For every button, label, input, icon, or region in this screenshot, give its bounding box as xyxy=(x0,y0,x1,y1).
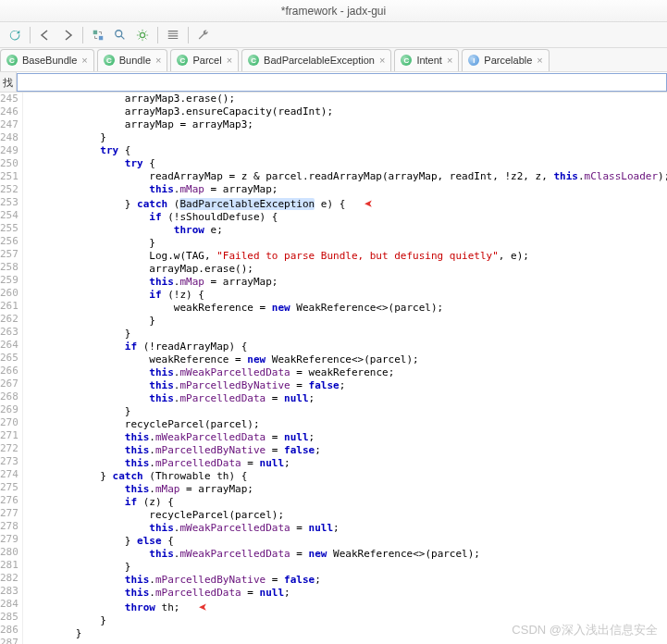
tab-badparcelableexception[interactable]: BadParcelableException× xyxy=(241,49,391,71)
tab-label: Parcel xyxy=(192,55,221,66)
code-line[interactable]: weakReference = new WeakReference<>(parc… xyxy=(27,353,667,366)
main-toolbar xyxy=(0,22,667,48)
code-line[interactable]: this.mParcelledData = null; xyxy=(27,457,667,470)
code-line[interactable]: this.mWeakParcelledData = null; xyxy=(27,431,667,444)
gear-icon[interactable] xyxy=(133,26,152,44)
window-titlebar: *framework - jadx-gui xyxy=(0,0,667,22)
code-line[interactable]: this.mParcelledByNative = false; xyxy=(27,574,667,587)
svg-point-3 xyxy=(140,32,144,37)
code-line[interactable]: this.mMap = arrayMap; xyxy=(27,483,667,496)
code-line[interactable]: } catch (Throwable th) { xyxy=(27,470,667,483)
class-icon xyxy=(177,55,188,66)
code-line[interactable]: arrayMap = arrayMap3; xyxy=(27,118,667,131)
interface-icon xyxy=(468,55,479,66)
tab-label: Bundle xyxy=(119,55,151,66)
code-line[interactable]: recycleParcel(parcel); xyxy=(27,509,667,522)
back-icon[interactable] xyxy=(36,26,55,44)
tab-parcelable[interactable]: Parcelable× xyxy=(462,49,549,71)
svg-rect-0 xyxy=(93,30,97,33)
code-line[interactable]: } xyxy=(27,405,667,418)
close-icon[interactable]: × xyxy=(537,55,542,66)
code-line[interactable]: arrayMap3.ensureCapacity(readInt); xyxy=(27,105,667,118)
code-line[interactable]: this.mWeakParcelledData = weakReference; xyxy=(27,366,667,379)
find-bar: 找 xyxy=(0,72,667,93)
code-line[interactable]: this.mWeakParcelledData = new WeakRefere… xyxy=(27,548,667,561)
code-line[interactable]: throw e; xyxy=(27,224,667,237)
refresh-icon[interactable] xyxy=(6,26,24,44)
toolbar-separator xyxy=(188,27,189,43)
code-line[interactable]: try { xyxy=(27,157,667,170)
code-line[interactable]: } else { xyxy=(27,535,667,548)
close-icon[interactable]: × xyxy=(227,55,232,66)
tab-parcel[interactable]: Parcel× xyxy=(170,49,239,71)
class-icon xyxy=(401,55,412,66)
code-line[interactable]: } xyxy=(27,315,667,328)
tab-bundle[interactable]: Bundle× xyxy=(97,49,168,71)
code-line[interactable]: if (!readArrayMap) { xyxy=(27,341,667,353)
close-icon[interactable]: × xyxy=(155,55,161,66)
editor-tabs: BaseBundle×Bundle×Parcel×BadParcelableEx… xyxy=(0,48,667,72)
close-icon[interactable]: × xyxy=(379,55,385,66)
code-line[interactable]: this.mParcelledByNative = false; xyxy=(27,379,667,392)
annotation-arrow-icon: ➤ xyxy=(198,601,207,614)
code-line[interactable]: } xyxy=(27,328,667,341)
forward-icon[interactable] xyxy=(58,26,77,44)
code-line[interactable]: this.mWeakParcelledData = null; xyxy=(27,522,667,535)
code-line[interactable]: } xyxy=(27,131,667,144)
code-line[interactable]: if (z) { xyxy=(27,496,667,509)
code-line[interactable]: } xyxy=(27,237,667,250)
svg-point-2 xyxy=(116,30,122,36)
code-line[interactable]: this.mParcelledData = null; xyxy=(27,392,667,405)
find-input[interactable] xyxy=(17,73,667,92)
find-label: 找 xyxy=(0,72,17,92)
code-editor[interactable]: 2452462472482492502512522532542552562572… xyxy=(0,93,667,644)
close-icon[interactable]: × xyxy=(447,55,452,66)
code-line[interactable]: this.mMap = arrayMap; xyxy=(27,276,667,289)
code-line[interactable]: } xyxy=(27,561,667,574)
tab-label: BadParcelableException xyxy=(264,55,375,66)
tab-basebundle[interactable]: BaseBundle× xyxy=(0,49,94,71)
code-line[interactable]: readArrayMap = z & parcel.readArrayMap(a… xyxy=(27,170,667,183)
tab-intent[interactable]: Intent× xyxy=(394,49,459,71)
code-line[interactable]: if (!sShouldDefuse) { xyxy=(27,211,667,224)
code-line[interactable]: arrayMap.erase(); xyxy=(27,263,667,276)
code-line[interactable]: this.mParcelledByNative = false; xyxy=(27,444,667,457)
tab-label: Intent xyxy=(416,55,442,66)
window-title: *framework - jadx-gui xyxy=(281,5,386,18)
toolbar-separator xyxy=(30,27,31,43)
code-line[interactable]: recycleParcel(parcel); xyxy=(27,418,667,431)
code-line[interactable]: try { xyxy=(27,144,667,157)
code-line[interactable]: weakReference = new WeakReference<>(parc… xyxy=(27,302,667,315)
code-line[interactable]: this.mMap = arrayMap; xyxy=(27,183,667,196)
code-line[interactable]: throw th; ➤ xyxy=(27,600,667,614)
tab-label: Parcelable xyxy=(484,55,532,66)
line-gutter: 2452462472482492502512522532542552562572… xyxy=(0,93,23,644)
code-line[interactable]: Log.w(TAG, "Failed to parse Bundle, but … xyxy=(27,250,667,263)
tab-label: BaseBundle xyxy=(22,55,77,66)
wrench-icon[interactable] xyxy=(194,26,213,44)
code-line[interactable]: } xyxy=(27,614,667,627)
list-icon[interactable] xyxy=(164,26,182,44)
toolbar-separator xyxy=(82,27,83,43)
find-icon[interactable] xyxy=(111,26,130,44)
code-line[interactable]: this.mParcelledData = null; xyxy=(27,587,667,600)
annotation-arrow-icon: ➤ xyxy=(364,198,373,211)
class-icon xyxy=(248,55,259,66)
toolbar-separator xyxy=(157,27,158,43)
code-line[interactable]: if (!z) { xyxy=(27,289,667,302)
class-icon xyxy=(104,55,115,66)
close-icon[interactable]: × xyxy=(81,55,87,66)
class-icon xyxy=(6,55,18,66)
code-line[interactable]: } catch (BadParcelableException e) { ➤ xyxy=(27,196,667,211)
svg-rect-1 xyxy=(99,35,103,39)
code-area[interactable]: arrayMap3.erase(); arrayMap3.ensureCapac… xyxy=(23,93,667,644)
code-line[interactable]: } xyxy=(27,627,667,640)
sync-icon[interactable] xyxy=(89,26,107,44)
